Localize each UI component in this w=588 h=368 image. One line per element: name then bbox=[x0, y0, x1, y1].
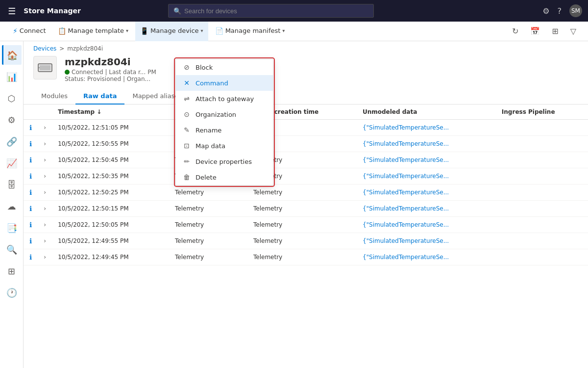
sidebar-item-search[interactable]: 🔍 bbox=[2, 239, 22, 259]
refresh-icon[interactable]: ↻ bbox=[508, 25, 522, 38]
search-bar[interactable]: 🔍 bbox=[168, 4, 374, 18]
row-info-btn[interactable]: ℹ bbox=[24, 201, 38, 217]
unmodeled-link[interactable]: {"SimulatedTemperatureSe... bbox=[363, 124, 449, 131]
sidebar-item-analytics[interactable]: 📈 bbox=[2, 153, 22, 173]
settings-icon[interactable]: ⚙ bbox=[542, 6, 549, 16]
row-expand-btn[interactable]: › bbox=[38, 136, 52, 152]
help-icon[interactable]: ? bbox=[557, 6, 562, 16]
grid-view-icon[interactable]: ⊞ bbox=[548, 25, 562, 38]
template-chevron-icon: ▾ bbox=[126, 28, 128, 33]
sidebar-item-docs[interactable]: 📑 bbox=[2, 218, 22, 237]
row-info-btn[interactable]: ℹ bbox=[24, 233, 38, 249]
menu-item-block[interactable]: ⊘Block bbox=[176, 59, 273, 75]
row-unmodeled[interactable]: {"SimulatedTemperatureSe... bbox=[357, 217, 496, 233]
unmodeled-link[interactable]: {"SimulatedTemperatureSe... bbox=[363, 157, 449, 163]
tab-modules-label: Modules bbox=[41, 92, 68, 100]
row-event-creation: Telemetry bbox=[247, 249, 357, 265]
row-expand-btn[interactable]: › bbox=[38, 249, 52, 265]
search-input[interactable] bbox=[184, 7, 368, 15]
sidebar-item-storage[interactable]: 🗄 bbox=[2, 175, 22, 194]
unmodeled-link[interactable]: {"SimulatedTemperatureSe... bbox=[363, 221, 449, 228]
sidebar-item-chart[interactable]: 📊 bbox=[2, 67, 22, 86]
expand-icon[interactable]: › bbox=[44, 173, 46, 180]
row-info-btn[interactable]: ℹ bbox=[24, 184, 38, 201]
row-expand-btn[interactable]: › bbox=[38, 168, 52, 184]
expand-icon[interactable]: › bbox=[44, 189, 46, 196]
tab-modules[interactable]: Modules bbox=[33, 88, 75, 105]
menu-item-device-properties[interactable]: ✏Device properties bbox=[176, 154, 273, 169]
expand-icon[interactable]: › bbox=[44, 254, 46, 261]
row-info-btn[interactable]: ℹ bbox=[24, 217, 38, 233]
tab-raw-data[interactable]: Raw data bbox=[75, 88, 124, 105]
row-unmodeled[interactable]: {"SimulatedTemperatureSe... bbox=[357, 233, 496, 249]
unmodeled-link[interactable]: {"SimulatedTemperatureSe... bbox=[363, 173, 449, 180]
row-unmodeled[interactable]: {"SimulatedTemperatureSe... bbox=[357, 184, 496, 201]
row-unmodeled[interactable]: {"SimulatedTemperatureSe... bbox=[357, 201, 496, 217]
sidebar-item-connections[interactable]: 🔗 bbox=[2, 131, 22, 151]
sidebar-item-history[interactable]: 🕐 bbox=[2, 283, 22, 302]
row-info-btn[interactable]: ℹ bbox=[24, 136, 38, 152]
expand-icon[interactable]: › bbox=[44, 221, 46, 228]
breadcrumb-parent[interactable]: Devices bbox=[33, 45, 56, 52]
menu-item-rename[interactable]: ✎Rename bbox=[176, 122, 273, 138]
row-unmodeled[interactable]: {"SimulatedTemperatureSe... bbox=[357, 136, 496, 152]
settings2-icon: ⚙ bbox=[7, 115, 15, 125]
row-timestamp: 10/5/2022, 12:51:05 PM bbox=[52, 120, 169, 136]
unmodeled-link[interactable]: {"SimulatedTemperatureSe... bbox=[363, 140, 449, 147]
menu-item-command[interactable]: ✕Command bbox=[176, 75, 273, 91]
info-icon[interactable]: ℹ bbox=[29, 124, 32, 131]
hamburger-icon[interactable]: ☰ bbox=[6, 4, 18, 18]
row-info-btn[interactable]: ℹ bbox=[24, 249, 38, 265]
info-icon[interactable]: ℹ bbox=[29, 221, 32, 229]
row-unmodeled[interactable]: {"SimulatedTemperatureSe... bbox=[357, 168, 496, 184]
row-info-btn[interactable]: ℹ bbox=[24, 168, 38, 184]
expand-icon[interactable]: › bbox=[44, 205, 46, 212]
expand-icon[interactable]: › bbox=[44, 157, 46, 163]
info-icon[interactable]: ℹ bbox=[29, 172, 32, 180]
menu-item-map-data[interactable]: ⊡Map data bbox=[176, 138, 273, 154]
row-expand-btn[interactable]: › bbox=[38, 120, 52, 136]
expand-icon[interactable]: › bbox=[44, 140, 46, 147]
info-icon[interactable]: ℹ bbox=[29, 140, 32, 148]
nav-manage-device[interactable]: 📱 Manage device ▾ bbox=[135, 22, 208, 41]
device-thumbnail bbox=[33, 56, 57, 79]
secnav-right-actions: ↻ 📅 ⊞ ▽ bbox=[508, 25, 580, 38]
sidebar-item-cloud[interactable]: ☁ bbox=[2, 196, 22, 216]
app-title: Store Manager bbox=[24, 7, 81, 15]
info-icon[interactable]: ℹ bbox=[29, 237, 32, 245]
info-icon[interactable]: ℹ bbox=[29, 253, 32, 261]
expand-icon[interactable]: › bbox=[44, 237, 46, 244]
unmodeled-link[interactable]: {"SimulatedTemperatureSe... bbox=[363, 189, 449, 196]
info-icon[interactable]: ℹ bbox=[29, 188, 32, 196]
menu-item-organization[interactable]: ⊙Organization bbox=[176, 106, 273, 122]
sidebar-item-home[interactable]: 🏠 bbox=[2, 45, 22, 65]
nav-connect[interactable]: ⚡ Connect bbox=[8, 22, 51, 41]
info-icon[interactable]: ℹ bbox=[29, 205, 32, 212]
row-info-btn[interactable]: ℹ bbox=[24, 152, 38, 168]
row-expand-btn[interactable]: › bbox=[38, 152, 52, 168]
row-unmodeled[interactable]: {"SimulatedTemperatureSe... bbox=[357, 249, 496, 265]
unmodeled-link[interactable]: {"SimulatedTemperatureSe... bbox=[363, 254, 449, 261]
row-expand-btn[interactable]: › bbox=[38, 217, 52, 233]
row-unmodeled[interactable]: {"SimulatedTemperatureSe... bbox=[357, 120, 496, 136]
sidebar-item-settings[interactable]: ⚙ bbox=[2, 110, 22, 130]
row-unmodeled[interactable]: {"SimulatedTemperatureSe... bbox=[357, 152, 496, 168]
nav-manage-manifest[interactable]: 📄 Manage manifest ▾ bbox=[210, 22, 290, 41]
menu-item-delete[interactable]: 🗑Delete bbox=[176, 169, 273, 185]
unmodeled-link[interactable]: {"SimulatedTemperatureSe... bbox=[363, 237, 449, 244]
col-timestamp[interactable]: Timestamp ↓ bbox=[52, 105, 169, 120]
menu-item-attach-gateway[interactable]: ⇌Attach to gateway bbox=[176, 91, 273, 106]
expand-icon[interactable]: › bbox=[44, 124, 46, 131]
row-info-btn[interactable]: ℹ bbox=[24, 120, 38, 136]
filter-icon[interactable]: ▽ bbox=[566, 25, 580, 38]
user-avatar[interactable]: SM bbox=[569, 4, 582, 17]
info-icon[interactable]: ℹ bbox=[29, 156, 32, 164]
sidebar-item-layers[interactable]: ⬡ bbox=[2, 88, 22, 108]
nav-manage-template[interactable]: 📋 Manage template ▾ bbox=[53, 22, 134, 41]
calendar-icon[interactable]: 📅 bbox=[526, 25, 544, 38]
row-expand-btn[interactable]: › bbox=[38, 184, 52, 201]
unmodeled-link[interactable]: {"SimulatedTemperatureSe... bbox=[363, 205, 449, 212]
row-expand-btn[interactable]: › bbox=[38, 201, 52, 217]
sidebar-item-grid[interactable]: ⊞ bbox=[2, 261, 22, 281]
row-expand-btn[interactable]: › bbox=[38, 233, 52, 249]
